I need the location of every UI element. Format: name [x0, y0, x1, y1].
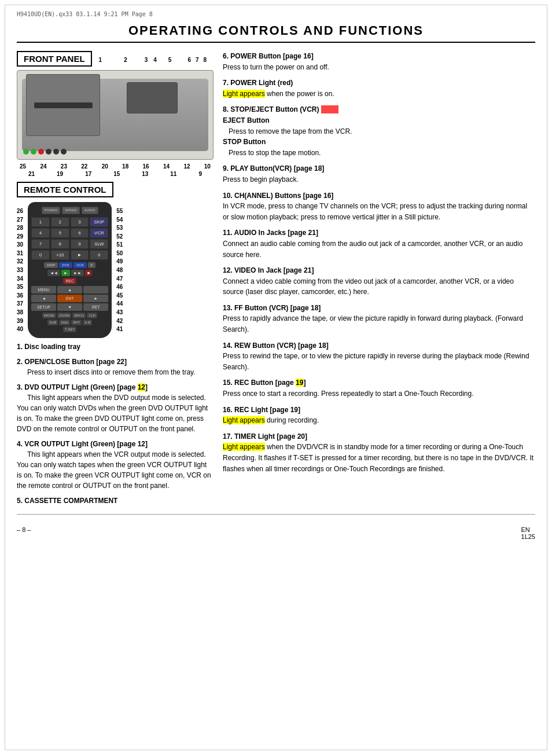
btn-display[interactable]: DISP	[44, 262, 58, 268]
btn-menu[interactable]: MENU	[31, 286, 56, 293]
btn-ab[interactable]: A-B	[83, 320, 92, 325]
item-5-title: 5. CASSETTE COMPARTMENT	[17, 497, 117, 505]
btn-left[interactable]: ◄	[31, 295, 56, 302]
fp-num-14: 14	[163, 163, 170, 170]
fp-num-3: 3	[145, 57, 148, 63]
rc-num-52: 52	[116, 233, 123, 240]
entry-9-title: 9. PLAY Button(VCR) [page 18]	[223, 164, 324, 173]
btn-record[interactable]: REC	[63, 278, 76, 284]
entry-10-title: 10. CH(ANNEL) Buttons [page 16]	[223, 192, 333, 200]
btn-play-small[interactable]: ►	[71, 250, 89, 260]
btn-clear[interactable]: CLR	[87, 313, 97, 318]
fp-btn-3[interactable]	[61, 149, 67, 155]
btn-down[interactable]: ▼	[57, 303, 82, 311]
btn-8[interactable]: 8	[51, 239, 69, 249]
entry-16-highlight: Light appears	[223, 416, 265, 424]
fp-num-11: 11	[170, 171, 176, 177]
btn-subtitle[interactable]: SUB	[47, 320, 58, 325]
item-2-body: Press to insert discs into or remove the…	[17, 368, 196, 376]
fp-num-6: 6	[187, 57, 191, 63]
btn-0[interactable]: 0	[31, 250, 50, 260]
entry-15: 15. REC Button [page 19] Press once to s…	[223, 377, 535, 399]
entry-16-body: Light appears during recording.	[223, 416, 319, 424]
entry-8-title: 8. STOP/EJECT Button (VCR)	[223, 105, 338, 113]
rc-num-47: 47	[116, 276, 123, 282]
fp-btn-2[interactable]	[53, 149, 59, 155]
entry-17-title: 17. TIMER Light [page 20]	[223, 432, 307, 441]
list-item-2: 2. OPEN/CLOSE Button [page 22] Press to …	[17, 357, 214, 377]
fp-button-row	[23, 149, 67, 155]
entry-7-highlight: Light appears	[223, 90, 265, 98]
btn-return[interactable]: RET	[83, 303, 108, 311]
btn-right[interactable]: ►	[83, 295, 108, 302]
btn-stop[interactable]: ■	[85, 270, 92, 276]
entry-13-title: 13. FF Button (VCR) [page 18]	[223, 304, 321, 312]
left-column: FRONT PANEL 1 2 3 4 5 6 7 8	[17, 51, 214, 511]
btn-9[interactable]: 9	[71, 239, 89, 249]
fp-red-light	[38, 149, 44, 155]
btn-6[interactable]: 6	[71, 228, 89, 238]
btn-plus10[interactable]: +10	[51, 250, 69, 260]
right-column: 6. POWER Button [page 16] Press to turn …	[223, 51, 535, 511]
btn-ff[interactable]: ►►	[71, 270, 84, 276]
entry-15-body: Press once to start a recording. Press r…	[223, 390, 474, 398]
btn-search[interactable]: SRCH	[72, 313, 86, 318]
page-footer: – 8 – EN1L25	[17, 526, 535, 540]
btn-slow[interactable]: SLW	[90, 239, 108, 249]
fp-num-15: 15	[113, 171, 120, 177]
fp-num-4: 4	[153, 57, 157, 63]
rc-num-34: 34	[17, 276, 23, 282]
btn-3[interactable]: 3	[71, 217, 89, 227]
remote-numpad: 1 2 3 SKIP 4 5 6 VCR 7 8 9 SLW 0 +10	[31, 217, 108, 260]
btn-vcr-tv[interactable]: VCR	[90, 228, 108, 238]
entry-8-body1: Press to remove the tape from the VCR.	[223, 127, 352, 135]
fp-num-8: 8	[204, 57, 207, 63]
btn-enter[interactable]: ENT	[57, 295, 82, 302]
entry-6: 6. POWER Button [page 16] Press to turn …	[223, 51, 535, 72]
btn-1[interactable]: 1	[31, 217, 50, 227]
rc-num-42: 42	[116, 318, 123, 324]
btn-ii[interactable]: II	[88, 262, 95, 268]
rc-num-37: 37	[17, 300, 23, 307]
audio-btn[interactable]: AUDIO	[82, 207, 98, 214]
btn-zoom[interactable]: ZOOM	[57, 313, 71, 318]
btn-skip-ch[interactable]: SKIP	[90, 217, 108, 227]
btn-7[interactable]: 7	[31, 239, 50, 249]
page-container: H9410UD(EN).qx33 03.1.14 9:21 PM Page 8 …	[5, 5, 547, 750]
footer-divider	[17, 514, 535, 515]
btn-repeat[interactable]: RPT	[71, 320, 82, 325]
mode-buttons: DISP DVD VCR II	[31, 262, 108, 268]
btn-angle[interactable]: ANG	[59, 320, 70, 325]
fp-num-17: 17	[85, 171, 91, 177]
rc-num-54: 54	[116, 216, 123, 223]
btn-5[interactable]: 5	[51, 228, 69, 238]
fp-num-18: 18	[122, 163, 128, 170]
list-item-3: 3. DVD OUTPUT Light (Green) [page 12] Th…	[17, 382, 214, 434]
btn-tset[interactable]: T-SET	[63, 326, 76, 332]
speed-btn[interactable]: SPEED	[62, 207, 79, 214]
btn-mode[interactable]: MODE	[42, 313, 56, 318]
btn-up[interactable]: ▲	[57, 286, 82, 293]
remote-numbers-left: 26 27 28 29 30 31 32 33 34 35 36 37 38 3…	[17, 202, 23, 338]
fp-disc-slot	[127, 82, 178, 113]
list-item-1: 1. Disc loading tray	[17, 342, 214, 352]
entry-8-subtitle1: EJECT Button	[223, 116, 270, 124]
btn-pause[interactable]: II	[90, 250, 108, 260]
power-btn[interactable]: POWER	[42, 207, 61, 214]
btn-rew[interactable]: ◄◄	[47, 270, 60, 276]
fp-num-24: 24	[40, 163, 46, 170]
btn-setup[interactable]: SETUP	[31, 303, 56, 311]
btn-2[interactable]: 2	[51, 217, 69, 227]
rc-num-40: 40	[17, 326, 23, 332]
entry-16-title: 16. REC Light [page 19]	[223, 406, 300, 414]
btn-play[interactable]: ►	[61, 270, 70, 276]
btn-vcr[interactable]: VCR	[73, 262, 87, 268]
fp-tape-slot	[34, 102, 93, 108]
btn-4[interactable]: 4	[31, 228, 50, 238]
btn-dvd[interactable]: DVD	[59, 262, 72, 268]
rc-num-29: 29	[17, 233, 23, 240]
entry-6-body: Press to turn the power on and off.	[223, 63, 329, 71]
fp-num-5: 5	[168, 57, 172, 63]
fp-btn-1[interactable]	[46, 149, 51, 155]
rc-num-28: 28	[17, 225, 23, 231]
